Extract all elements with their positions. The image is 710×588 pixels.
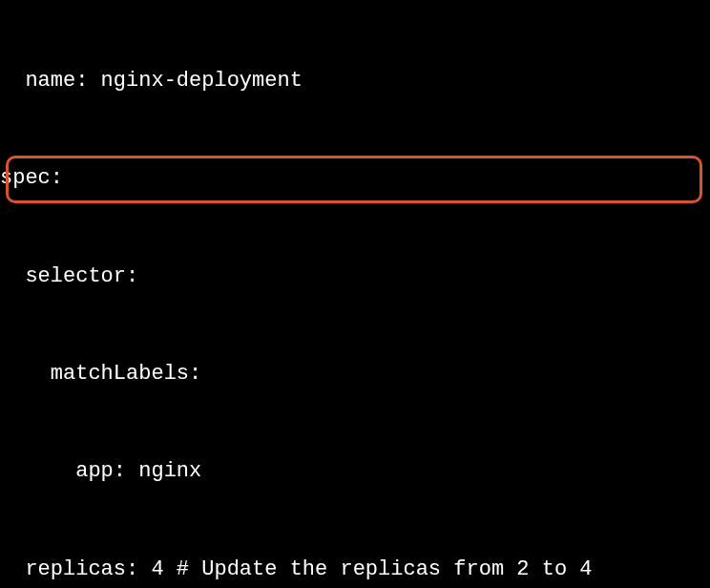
yaml-line: selector: [0,261,710,293]
yaml-line: spec: [0,162,710,195]
yaml-line: matchLabels: [0,358,710,390]
yaml-line-highlighted: replicas: 4 # Update the replicas from 2… [0,554,710,586]
yaml-line: app: nginx [0,455,710,488]
yaml-line: name: nginx-deployment [0,65,710,97]
terminal-output: name: nginx-deployment spec: selector: m… [0,0,710,588]
